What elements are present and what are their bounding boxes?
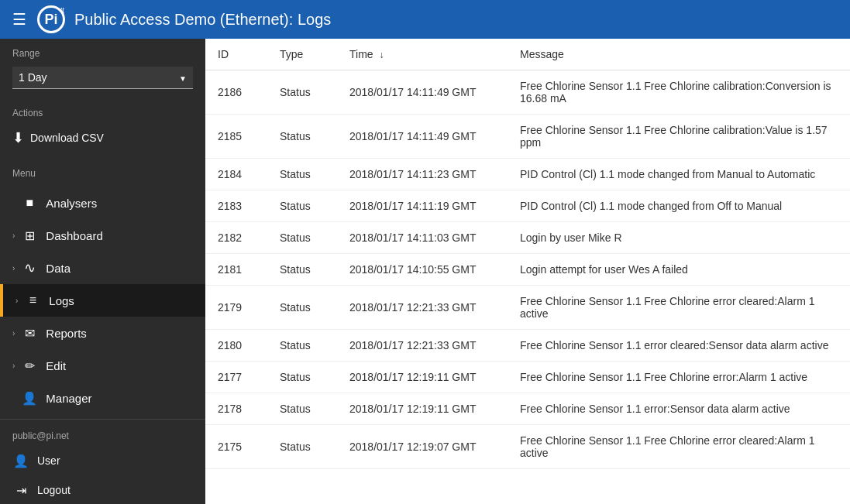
cell-message: Free Chlorine Sensor 1.1 Free Chlorine c…	[508, 115, 850, 159]
logout-icon: ⇥	[12, 482, 29, 499]
cell-message: Free Chlorine Sensor 1.1 Free Chlorine e…	[508, 286, 850, 330]
cell-id: 2175	[205, 425, 267, 469]
logout-label: Logout	[37, 484, 71, 496]
sidebar-item-dashboard[interactable]: › ⊞ Dashboard	[0, 219, 205, 252]
sidebar-item-label: Dashboard	[46, 229, 102, 242]
logo: Pi ((	[37, 5, 65, 33]
actions-section: ⬇ Download CSV	[0, 122, 205, 159]
sidebar-bottom: public@pi.net 👤 User ⇥ Logout	[0, 419, 205, 504]
table-row: 2186 Status 2018/01/17 14:11:49 GMT Free…	[205, 70, 850, 115]
logo-circle: Pi ((	[37, 5, 65, 33]
sidebar-item-label: Data	[46, 262, 71, 275]
table-row: 2178 Status 2018/01/17 12:19:11 GMT Free…	[205, 393, 850, 425]
cell-type: Status	[267, 254, 337, 286]
cell-type: Status	[267, 425, 337, 469]
cell-type: Status	[267, 286, 337, 330]
cell-message: Free Chlorine Sensor 1.1 Free Chlorine e…	[508, 362, 850, 393]
sidebar-item-logs[interactable]: › ≡ Logs	[0, 284, 205, 317]
range-label: Range	[0, 39, 205, 62]
table-row: 2184 Status 2018/01/17 14:11:23 GMT PID …	[205, 159, 850, 190]
chevron-icon: ›	[12, 329, 15, 338]
table-row: 2179 Status 2018/01/17 12:21:33 GMT Free…	[205, 286, 850, 330]
user-label: User	[37, 454, 60, 467]
cell-time: 2018/01/17 12:21:33 GMT	[337, 286, 508, 330]
cell-time: 2018/01/17 14:11:49 GMT	[337, 70, 508, 115]
table-row: 2185 Status 2018/01/17 14:11:49 GMT Free…	[205, 115, 850, 159]
sort-arrow-icon: ↓	[379, 50, 384, 60]
chevron-icon: ›	[12, 231, 15, 240]
cell-time: 2018/01/17 14:11:19 GMT	[337, 190, 508, 222]
sidebar-item-label: Analysers	[46, 197, 97, 210]
table-body: 2186 Status 2018/01/17 14:11:49 GMT Free…	[205, 70, 850, 469]
reports-icon: ✉	[21, 324, 38, 341]
user-icon: 👤	[12, 452, 29, 469]
cell-id: 2184	[205, 159, 267, 190]
cell-type: Status	[267, 190, 337, 222]
cell-message: Free Chlorine Sensor 1.1 Free Chlorine e…	[508, 425, 850, 469]
download-icon: ⬇	[12, 129, 24, 146]
col-header-type: Type	[267, 39, 337, 70]
cell-message: Free Chlorine Sensor 1.1 Free Chlorine c…	[508, 70, 850, 115]
cell-id: 2178	[205, 393, 267, 425]
cell-type: Status	[267, 115, 337, 159]
cell-id: 2181	[205, 254, 267, 286]
dashboard-icon: ⊞	[21, 227, 38, 244]
sidebar-item-data[interactable]: › ∿ Data	[0, 252, 205, 284]
cell-message: Free Chlorine Sensor 1.1 error cleared:S…	[508, 330, 850, 362]
chevron-icon: ›	[15, 297, 18, 305]
cell-message: PID Control (Cl) 1.1 mode changed from M…	[508, 159, 850, 190]
cell-type: Status	[267, 222, 337, 254]
table-header: ID Type Time ↓ Message	[205, 39, 850, 70]
cell-id: 2186	[205, 70, 267, 115]
sidebar-item-reports[interactable]: › ✉ Reports	[0, 317, 205, 349]
app-header: ☰ Pi (( Public Access Demo (Ethernet): L…	[0, 0, 850, 39]
col-header-time[interactable]: Time ↓	[337, 39, 508, 70]
table-row: 2183 Status 2018/01/17 14:11:19 GMT PID …	[205, 190, 850, 222]
manager-icon: 👤	[21, 389, 38, 406]
actions-label: Actions	[0, 98, 205, 122]
chevron-icon: ›	[12, 362, 15, 370]
menu-section: › ■ Analysers › ⊞ Dashboard › ∿ Data › ≡…	[0, 182, 205, 419]
cell-type: Status	[267, 70, 337, 115]
download-csv-button[interactable]: ⬇ Download CSV	[12, 126, 104, 149]
cell-time: 2018/01/17 14:11:03 GMT	[337, 222, 508, 254]
cell-type: Status	[267, 330, 337, 362]
cell-time: 2018/01/17 12:19:11 GMT	[337, 393, 508, 425]
cell-id: 2185	[205, 115, 267, 159]
cell-message: Login by user Mike R	[508, 222, 850, 254]
chevron-icon: ›	[12, 264, 15, 273]
table-row: 2181 Status 2018/01/17 14:10:55 GMT Logi…	[205, 254, 850, 286]
cell-type: Status	[267, 362, 337, 393]
cell-message: PID Control (Cl) 1.1 mode changed from O…	[508, 190, 850, 222]
analysers-icon: ■	[21, 194, 38, 211]
table-row: 2180 Status 2018/01/17 12:21:33 GMT Free…	[205, 330, 850, 362]
edit-icon: ✏	[21, 357, 38, 374]
sidebar: Range 1 Day 7 Days 30 Days Custom Action…	[0, 39, 205, 504]
col-header-message: Message	[508, 39, 850, 70]
cell-time: 2018/01/17 14:11:23 GMT	[337, 159, 508, 190]
cell-time: 2018/01/17 12:21:33 GMT	[337, 330, 508, 362]
menu-label: Menu	[0, 159, 205, 182]
sidebar-item-label: Logs	[49, 294, 74, 307]
sidebar-item-manager[interactable]: › 👤 Manager	[0, 382, 205, 414]
range-select-container: 1 Day 7 Days 30 Days Custom	[0, 62, 205, 98]
sidebar-item-label: Edit	[46, 359, 66, 372]
sidebar-item-analysers[interactable]: › ■ Analysers	[0, 187, 205, 219]
col-header-id: ID	[205, 39, 267, 70]
sidebar-item-edit[interactable]: › ✏ Edit	[0, 349, 205, 382]
menu-toggle-icon[interactable]: ☰	[12, 10, 26, 29]
cell-message: Free Chlorine Sensor 1.1 error:Sensor da…	[508, 393, 850, 425]
cell-id: 2182	[205, 222, 267, 254]
range-select[interactable]: 1 Day 7 Days 30 Days Custom	[12, 67, 193, 89]
cell-message: Login attempt for user Wes A failed	[508, 254, 850, 286]
user-button[interactable]: 👤 User	[0, 446, 205, 475]
cell-id: 2179	[205, 286, 267, 330]
table-row: 2175 Status 2018/01/17 12:19:07 GMT Free…	[205, 425, 850, 469]
logout-button[interactable]: ⇥ Logout	[0, 475, 205, 504]
logs-icon: ≡	[24, 292, 41, 309]
logs-table: ID Type Time ↓ Message 2186 Statu	[205, 39, 850, 469]
table-row: 2177 Status 2018/01/17 12:19:11 GMT Free…	[205, 362, 850, 393]
cell-time: 2018/01/17 12:19:07 GMT	[337, 425, 508, 469]
main-content: ID Type Time ↓ Message 2186 Statu	[205, 39, 850, 504]
range-select-wrapper: 1 Day 7 Days 30 Days Custom	[12, 67, 193, 89]
